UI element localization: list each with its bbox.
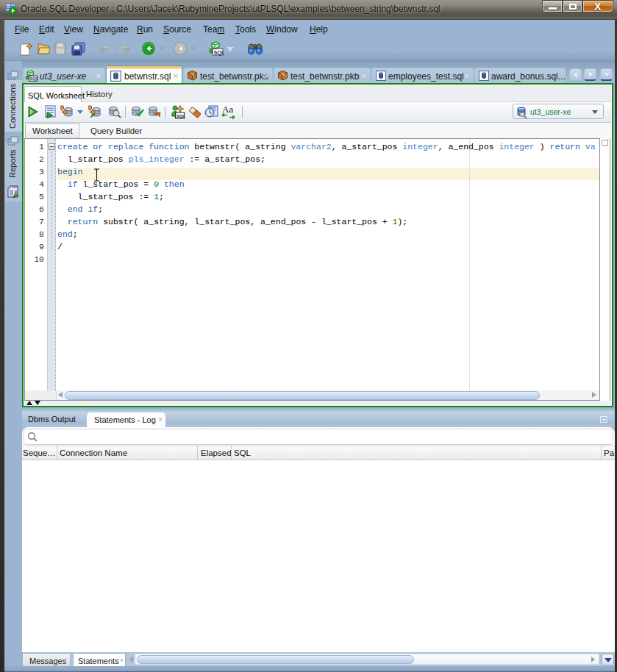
svg-text:SQL: SQL [176, 114, 186, 118]
svg-text:SQL: SQL [214, 50, 225, 56]
svg-text:Aa: Aa [222, 104, 233, 115]
